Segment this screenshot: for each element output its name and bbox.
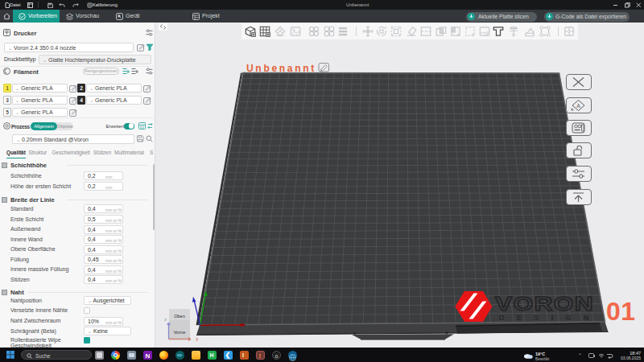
svg-text:VORON: VORON [495, 294, 594, 315]
svg-text:A: A [576, 103, 580, 109]
svg-text:x: x [196, 336, 199, 342]
svg-text:z: z [164, 317, 167, 322]
svg-text:DESIGN: DESIGN [499, 314, 601, 322]
